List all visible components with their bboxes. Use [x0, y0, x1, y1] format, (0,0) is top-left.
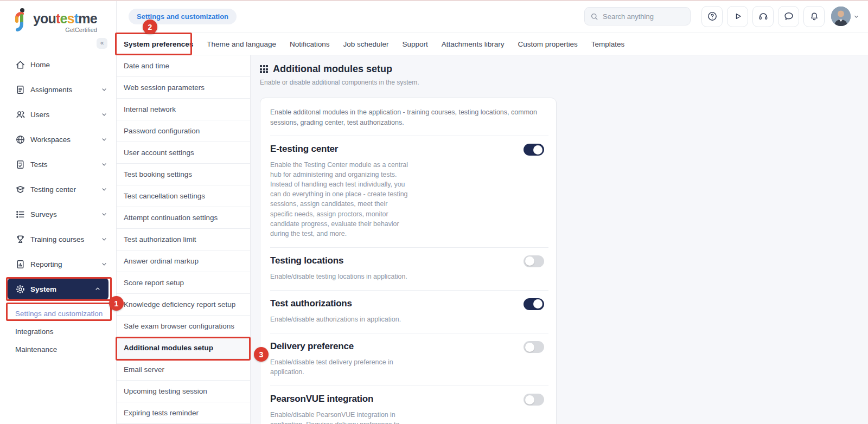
sidebar-item-label: Training courses — [30, 235, 84, 243]
right-column: Settings and customization — [117, 0, 868, 424]
module-row-testing-locations: Testing locations Enable/disable testing… — [270, 247, 548, 290]
tab-support[interactable]: Support — [403, 40, 428, 48]
sidebar-item-surveys[interactable]: Surveys — [0, 202, 116, 227]
notifications-button[interactable] — [803, 6, 825, 27]
sidebar-subitem-integrations[interactable]: Integrations — [0, 323, 116, 341]
chat-bubble-icon — [783, 11, 794, 22]
tab-theme-and-language[interactable]: Theme and language — [207, 40, 276, 48]
bell-icon — [809, 11, 820, 22]
nav-item-user-account-settings[interactable]: User account settings — [117, 142, 250, 164]
chevron-down-icon — [101, 136, 107, 143]
logo-seg: me — [78, 11, 97, 26]
support-button[interactable] — [752, 6, 774, 27]
system-preferences-nav: Date and time Web session parameters Int… — [117, 55, 251, 424]
help-button[interactable] — [701, 6, 723, 27]
module-description: Enable/disable testing locations in appl… — [270, 272, 408, 281]
nav-item-test-authorization-limit[interactable]: Test authorization limit — [117, 229, 250, 250]
surveys-icon — [15, 209, 25, 220]
tab-notifications[interactable]: Notifications — [290, 40, 330, 48]
nav-item-additional-modules-setup[interactable]: Additional modules setup — [117, 337, 250, 359]
sidebar-item-assignments[interactable]: Assignments — [0, 77, 116, 102]
tab-system-preferences[interactable]: System preferences — [124, 40, 193, 48]
sidebar-item-reporting[interactable]: Reporting — [0, 252, 116, 277]
sidebar-item-users[interactable]: Users — [0, 102, 116, 127]
logo-seg: t — [56, 11, 60, 26]
sidebar-item-workspaces[interactable]: Workspaces — [0, 127, 116, 152]
nav-item-attempt-continuation-settings[interactable]: Attempt continuation settings — [117, 207, 250, 229]
module-description: Enable/disable PearsonVUE integration in… — [270, 410, 408, 424]
nav-item-knowledge-deficiency-report-setup[interactable]: Knowledge deficiency report setup — [117, 294, 250, 316]
pearsonvue-integration-toggle[interactable] — [524, 394, 544, 406]
system-subnav: Settings and customization Integrations … — [0, 305, 116, 358]
sidebar-item-system[interactable]: System — [0, 277, 116, 301]
nav-item-date-and-time[interactable]: Date and time — [117, 55, 250, 77]
chevron-down-icon — [101, 186, 107, 192]
nav-item-test-booking-settings[interactable]: Test booking settings — [117, 164, 250, 185]
chevron-down-icon — [101, 211, 107, 217]
sidebar-subitem-maintenance[interactable]: Maintenance — [0, 341, 116, 358]
sidebar-item-label: Users — [30, 111, 49, 119]
tutorials-button[interactable] — [727, 6, 748, 27]
search-icon — [590, 12, 598, 21]
youtestme-logo-text: youtestme — [33, 12, 97, 25]
user-menu[interactable] — [831, 7, 859, 26]
module-row-delivery-preference: Delivery preference Enable/disable test … — [270, 333, 548, 386]
sidebar-collapse-button[interactable]: « — [97, 38, 107, 49]
messages-button[interactable] — [778, 6, 799, 27]
nav-item-password-configuration[interactable]: Password configuration — [117, 120, 250, 142]
chevron-down-icon — [101, 86, 107, 93]
search-box[interactable] — [584, 7, 691, 25]
sidebar-item-home[interactable]: Home — [0, 52, 116, 77]
chevron-down-icon — [101, 161, 107, 168]
sidebar-item-label: Assignments — [30, 86, 72, 94]
sidebar-item-label: Surveys — [30, 210, 57, 219]
nav-item-score-report-setup[interactable]: Score report setup — [117, 272, 250, 294]
testing-locations-toggle[interactable] — [524, 255, 544, 267]
module-name: Delivery preference — [270, 341, 548, 352]
page-subtitle: Enable or disable additional components … — [260, 79, 868, 86]
breadcrumb[interactable]: Settings and customization — [129, 9, 237, 24]
sidebar-item-training-courses[interactable]: Training courses — [0, 227, 116, 252]
youtestme-logo-icon — [13, 8, 29, 33]
chevron-up-icon — [94, 286, 101, 292]
e-testing-center-toggle[interactable] — [524, 144, 544, 156]
content-row: Date and time Web session parameters Int… — [117, 55, 868, 424]
search-input[interactable] — [603, 12, 679, 21]
logo-subtitle: GetCertified — [33, 27, 97, 33]
module-row-test-authorizations: Test authorizations Enable/disable autho… — [270, 290, 548, 333]
modules-intro-text: Enable additonal modules in the applicat… — [270, 98, 548, 136]
sidebar-item-testing-center[interactable]: Testing center — [0, 177, 116, 202]
sidebar-subitem-settings-and-customization[interactable]: Settings and customization — [0, 305, 116, 323]
nav-item-test-cancellation-settings[interactable]: Test cancellation settings — [117, 185, 250, 207]
topbar-actions — [584, 6, 859, 27]
page-title: Additional modules setup — [273, 63, 392, 75]
tab-attachments-library[interactable]: Attachments library — [442, 40, 505, 48]
tab-job-scheduler[interactable]: Job scheduler — [343, 40, 388, 48]
sidebar: youtestme GetCertified « Home Assignment… — [0, 0, 117, 424]
logo-seg: s — [67, 11, 74, 26]
delivery-preference-toggle[interactable] — [524, 341, 544, 353]
nav-item-internal-network[interactable]: Internal network — [117, 99, 250, 120]
test-authorizations-toggle[interactable] — [524, 298, 544, 310]
chevron-down-icon — [101, 111, 107, 118]
nav-item-safe-exam-browser-configurations[interactable]: Safe exam browser configurations — [117, 316, 250, 337]
nav-item-expiring-tests-reminder[interactable]: Expiring tests reminder — [117, 402, 250, 424]
assignments-icon — [15, 85, 25, 95]
nav-item-upcoming-testing-session[interactable]: Upcoming testing session — [117, 381, 250, 402]
main-panel: Additional modules setup Enable or disab… — [251, 55, 868, 424]
nav-item-answer-ordinal-markup[interactable]: Answer ordinal markup — [117, 250, 250, 272]
sidebar-item-label: Home — [30, 61, 50, 69]
tab-custom-properties[interactable]: Custom properties — [518, 40, 577, 48]
sidebar-item-label: System — [30, 285, 56, 293]
sidebar-item-tests[interactable]: Tests — [0, 152, 116, 177]
window-top-strip — [0, 0, 868, 1]
chevron-down-icon — [853, 14, 859, 20]
module-description: Enable/disable test delivery preference … — [270, 357, 408, 377]
module-name: Test authorizations — [270, 298, 548, 309]
module-row-pearsonvue-integration: PearsonVUE integration Enable/disable Pe… — [270, 386, 548, 424]
testing-center-icon — [15, 184, 25, 195]
nav-item-web-session-parameters[interactable]: Web session parameters — [117, 77, 250, 99]
headset-icon — [758, 11, 769, 22]
nav-item-email-server[interactable]: Email server — [117, 359, 250, 381]
tab-templates[interactable]: Templates — [591, 40, 625, 48]
